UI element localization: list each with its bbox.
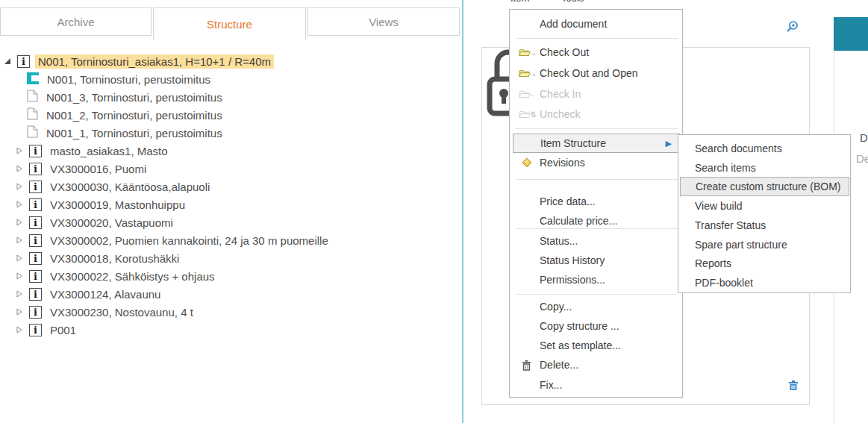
tree-item-label: VX3000018, Korotushäkki (47, 251, 182, 266)
submenu-item-reports[interactable]: Reports (678, 254, 850, 273)
tree-row[interactable]: i VX3000002, Puomien kannakointi, 24 ja … (15, 231, 331, 249)
menu-item-price-data[interactable]: Price data... (510, 192, 682, 211)
tab-structure[interactable]: Structure (153, 7, 306, 40)
detail-label-partial: D (860, 131, 868, 144)
tree-row[interactable]: i VX3000030, Kääntöosa,alapuoli (15, 178, 213, 195)
panel-splitter[interactable] (462, 0, 463, 423)
info-icon[interactable]: i (29, 270, 42, 283)
collapse-arrow-icon[interactable] (15, 183, 24, 190)
menu-item-check-out-and-open[interactable]: → Check Out and Open (510, 63, 682, 83)
collapse-arrow-icon[interactable] (15, 290, 24, 298)
tab-views[interactable]: Views (307, 7, 460, 36)
menu-item-copy[interactable]: Copy... (510, 297, 682, 316)
collapse-arrow-icon[interactable] (15, 272, 24, 280)
menu-item-fix[interactable]: Fix... (510, 375, 682, 395)
info-icon[interactable]: i (29, 324, 42, 336)
zoom-in-icon[interactable] (786, 20, 799, 36)
collapse-arrow-icon[interactable] (15, 236, 24, 244)
info-icon[interactable]: i (29, 288, 42, 301)
menu-bar: Item Tools (508, 0, 657, 6)
menu-item-permissions[interactable]: Permissions... (510, 270, 682, 289)
info-icon[interactable]: i (29, 216, 42, 229)
menu-separator (516, 128, 678, 129)
document-icon (27, 125, 38, 140)
menu-item-status-history[interactable]: Status History (510, 251, 682, 270)
folder-check-in-icon: ← (519, 89, 537, 99)
collapse-arrow-icon[interactable] (15, 165, 24, 172)
menu-separator (516, 294, 678, 295)
tree-item-label: N001_3, Torninosturi, perustoimitus (43, 90, 225, 104)
item-structure-submenu: Search documents Search items Create cus… (678, 134, 851, 293)
submenu-item-view-build[interactable]: View build (678, 196, 850, 216)
delete-item-icon[interactable] (787, 379, 799, 395)
menu-separator (516, 179, 678, 180)
folder-check-out-icon: → (519, 47, 537, 57)
menu-item-check-out[interactable]: → Check Out (510, 43, 682, 62)
submenu-item-search-items[interactable]: Search items (678, 158, 850, 178)
tree-item-label: N001_1, Torninosturi, perustoimitus (43, 126, 225, 140)
tree-row[interactable]: i VX3000019, Mastonhuippu (15, 195, 188, 213)
tree-row[interactable]: i VX3000124, Alavaunu (15, 285, 163, 303)
info-icon[interactable]: i (29, 181, 42, 193)
tree-row[interactable]: i VX3000230, Nostovaunu, 4 t (15, 303, 196, 321)
tree-row[interactable]: i P001 (15, 321, 79, 339)
document-icon (27, 90, 38, 104)
menu-item-set-as-template[interactable]: Set as template... (510, 336, 682, 355)
info-icon[interactable]: i (29, 198, 42, 211)
submenu-arrow-icon: ▶ (666, 139, 672, 148)
info-icon[interactable]: i (29, 145, 42, 157)
tree-row[interactable]: i VX3000016, Puomi (15, 160, 149, 178)
tree-item-label: VX3000230, Nostovaunu, 4 t (47, 305, 196, 319)
tree-row[interactable]: i masto_asiakas1, Masto (15, 142, 171, 160)
tree-row[interactable]: N001, Torninosturi, perustoimitus (27, 70, 213, 88)
collapse-arrow-icon[interactable] (15, 219, 24, 226)
tree-row[interactable]: N001_3, Torninosturi, perustoimitus (27, 88, 225, 106)
menu-item-add-document[interactable]: Add document (510, 14, 682, 34)
menu-item-uncheck: ⇅ Uncheck (510, 104, 682, 124)
menu-bar-item[interactable]: Tools (561, 0, 584, 4)
menu-item-status[interactable]: Status... (510, 231, 682, 251)
tree-row[interactable]: i N001, Torninosturi_asiakas1, H=10+1 / … (3, 52, 274, 70)
submenu-item-pdf-booklet[interactable]: PDF-booklet (678, 273, 850, 292)
tree-item-label: VX3000002, Puomien kannakointi, 24 ja 30… (47, 234, 331, 248)
tree-item-label: VX3000030, Kääntöosa,alapuoli (47, 180, 213, 194)
submenu-item-transfer-status[interactable]: Transfer Status (678, 216, 850, 235)
tree-item-label: VX3000020, Vastapuomi (47, 216, 176, 230)
tree-row[interactable]: i VX3000022, Sähköistys + ohjaus (15, 267, 218, 285)
submenu-item-search-documents[interactable]: Search documents (678, 139, 850, 158)
menu-item-item-structure[interactable]: Item Structure ▶ (513, 134, 680, 153)
tree-row[interactable]: i VX3000018, Korotushäkki (15, 249, 182, 267)
collapse-arrow-icon[interactable] (15, 326, 24, 333)
document-icon (27, 107, 38, 122)
tree-row[interactable]: N001_1, Torninosturi, perustoimitus (27, 124, 225, 142)
menu-bar-item[interactable]: Item (511, 0, 529, 4)
menu-item-copy-structure[interactable]: Copy structure ... (510, 316, 682, 336)
menu-item-delete[interactable]: Delete... (510, 355, 682, 375)
tree-item-label: N001, Torninosturi, perustoimitus (44, 72, 213, 87)
info-icon[interactable]: i (29, 252, 42, 265)
app-window: Item Tools Archive Structure Views i N00… (0, 0, 868, 423)
tree-item-label: P001 (47, 323, 79, 337)
tree-item-label: VX3000124, Alavaunu (47, 287, 163, 301)
info-icon[interactable]: i (29, 306, 42, 319)
tree-item-label: masto_asiakas1, Masto (47, 144, 171, 158)
expand-arrow-icon[interactable] (3, 57, 12, 65)
tree-item-label: VX3000016, Puomi (47, 162, 149, 176)
collapse-arrow-icon[interactable] (15, 201, 24, 208)
menu-item-revisions[interactable]: Revisions (510, 153, 682, 172)
info-icon[interactable]: i (29, 234, 42, 247)
collapse-arrow-icon[interactable] (15, 308, 24, 316)
tree-item-label: N001_2, Torninosturi, perustoimitus (43, 108, 225, 122)
menu-separator (516, 38, 678, 39)
collapse-arrow-icon[interactable] (15, 147, 24, 154)
collapse-arrow-icon[interactable] (15, 254, 24, 262)
info-icon[interactable]: i (17, 55, 30, 68)
info-icon[interactable]: i (29, 163, 42, 175)
submenu-item-create-custom-structure-bom[interactable]: Create custom structure (BOM) (680, 177, 849, 196)
tree-row[interactable]: N001_2, Torninosturi, perustoimitus (27, 106, 225, 124)
tree-item-label: VX3000019, Mastonhuippu (47, 198, 188, 212)
submenu-item-spare-part-structure[interactable]: Spare part structure (678, 235, 850, 254)
tab-archive[interactable]: Archive (0, 7, 152, 36)
tree-row[interactable]: i VX3000020, Vastapuomi (15, 213, 176, 231)
tree-item-label: N001, Torninosturi_asiakas1, H=10+1 / R=… (35, 54, 274, 69)
